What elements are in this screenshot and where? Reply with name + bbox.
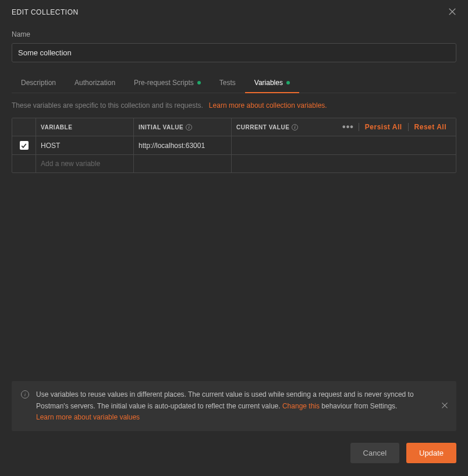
change-this-link[interactable]: Change this xyxy=(282,402,320,410)
add-variable-cell[interactable]: Add a new variable xyxy=(36,155,133,172)
tab-label: Authorization xyxy=(75,79,115,87)
header-current-value: CURRENT VALUE i ••• Persist All Reset Al… xyxy=(231,118,456,136)
close-icon[interactable] xyxy=(448,7,456,17)
tab-prerequest-scripts[interactable]: Pre-request Scripts xyxy=(125,73,210,93)
tab-tests[interactable]: Tests xyxy=(210,73,245,93)
table-header-row: VARIABLE INITIAL VALUE i CURRENT VALUE i… xyxy=(12,118,456,136)
dialog-content: Name Description Authorization Pre-reque… xyxy=(0,24,468,381)
hint-text: These variables are specific to this col… xyxy=(12,101,203,110)
info-icon[interactable]: i xyxy=(292,124,298,131)
initial-value-cell[interactable]: http://localhost:63001 xyxy=(133,136,231,154)
header-checkbox-cell xyxy=(12,118,36,136)
learn-more-collection-variables-link[interactable]: Learn more about collection variables. xyxy=(209,101,327,110)
tab-label: Description xyxy=(21,79,56,87)
dialog-title: EDIT COLLECTION xyxy=(12,8,79,16)
variable-info-banner: i Use variables to reuse values in diffe… xyxy=(12,381,456,431)
tab-description[interactable]: Description xyxy=(12,73,65,93)
more-options-icon[interactable]: ••• xyxy=(338,122,359,132)
cancel-button[interactable]: Cancel xyxy=(350,443,399,463)
row-checkbox-cell xyxy=(12,155,36,172)
header-initial-label: INITIAL VALUE xyxy=(139,124,183,131)
tab-variables[interactable]: Variables xyxy=(245,73,299,93)
banner-text: Use variables to reuse values in differe… xyxy=(36,389,447,423)
indicator-dot-icon xyxy=(286,81,290,84)
reset-all-button[interactable]: Reset All xyxy=(409,123,452,131)
tab-label: Tests xyxy=(219,79,236,87)
info-icon: i xyxy=(21,390,29,399)
table-row-new: Add a new variable xyxy=(12,154,456,172)
name-label: Name xyxy=(12,30,456,38)
variable-name-cell[interactable]: HOST xyxy=(36,136,133,154)
spacer xyxy=(12,173,456,381)
header-actions: ••• Persist All Reset All xyxy=(338,122,452,132)
header-variable: VARIABLE xyxy=(36,118,133,136)
update-button[interactable]: Update xyxy=(406,443,456,463)
row-enabled-checkbox[interactable] xyxy=(20,141,29,150)
dialog-header: EDIT COLLECTION xyxy=(0,0,468,24)
edit-collection-dialog: EDIT COLLECTION Name Description Authori… xyxy=(0,0,468,476)
banner-text-2: behaviour from Settings. xyxy=(320,402,397,410)
tabs: Description Authorization Pre-request Sc… xyxy=(12,73,456,93)
learn-more-variable-values-link[interactable]: Learn more about variable values xyxy=(36,413,140,421)
initial-value-cell[interactable] xyxy=(133,155,231,172)
tab-label: Pre-request Scripts xyxy=(134,79,194,87)
persist-all-button[interactable]: Persist All xyxy=(359,123,408,131)
variables-table: VARIABLE INITIAL VALUE i CURRENT VALUE i… xyxy=(12,118,456,173)
scope-hint: These variables are specific to this col… xyxy=(12,101,456,110)
tab-label: Variables xyxy=(254,79,283,87)
dialog-footer: Cancel Update xyxy=(0,431,468,476)
current-value-cell[interactable] xyxy=(231,155,456,172)
header-current-label: CURRENT VALUE xyxy=(236,124,289,131)
table-row: HOST http://localhost:63001 xyxy=(12,136,456,154)
banner-close-icon[interactable] xyxy=(441,400,448,412)
info-icon[interactable]: i xyxy=(186,124,192,131)
header-initial-value: INITIAL VALUE i xyxy=(133,118,231,136)
current-value-cell[interactable] xyxy=(231,136,456,154)
collection-name-input[interactable] xyxy=(12,43,456,62)
indicator-dot-icon xyxy=(197,81,201,84)
row-checkbox-cell xyxy=(12,136,36,154)
tab-authorization[interactable]: Authorization xyxy=(65,73,125,93)
